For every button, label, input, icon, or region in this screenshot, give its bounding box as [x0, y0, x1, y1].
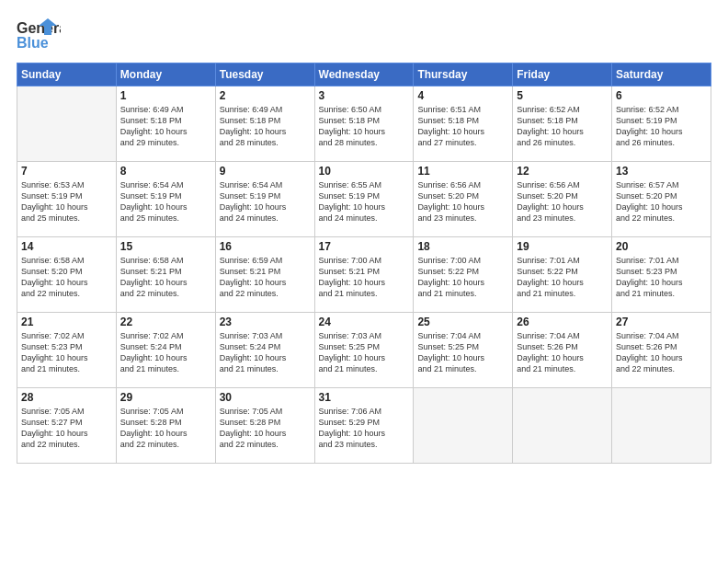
calendar-cell: 17Sunrise: 7:00 AM Sunset: 5:21 PM Dayli…	[314, 237, 414, 313]
day-number: 16	[220, 240, 311, 253]
calendar-cell: 26Sunrise: 7:04 AM Sunset: 5:26 PM Dayli…	[513, 313, 612, 388]
cell-info: Sunrise: 7:00 AM Sunset: 5:22 PM Dayligh…	[417, 255, 508, 300]
day-number: 20	[616, 240, 707, 253]
cell-info: Sunrise: 7:02 AM Sunset: 5:24 PM Dayligh…	[120, 330, 211, 375]
cell-info: Sunrise: 6:59 AM Sunset: 5:21 PM Dayligh…	[220, 255, 311, 300]
week-row-2: 7Sunrise: 6:53 AM Sunset: 5:19 PM Daylig…	[17, 162, 711, 237]
calendar-cell: 13Sunrise: 6:57 AM Sunset: 5:20 PM Dayli…	[612, 162, 711, 237]
day-header-sunday: Sunday	[17, 63, 117, 86]
cell-info: Sunrise: 6:52 AM Sunset: 5:18 PM Dayligh…	[517, 104, 608, 149]
cell-info: Sunrise: 7:05 AM Sunset: 5:27 PM Dayligh…	[21, 406, 112, 451]
svg-text:General: General	[17, 20, 61, 36]
day-number: 25	[417, 316, 508, 328]
cell-info: Sunrise: 6:58 AM Sunset: 5:21 PM Dayligh…	[120, 255, 211, 300]
cell-info: Sunrise: 7:06 AM Sunset: 5:29 PM Dayligh…	[319, 406, 410, 451]
day-number: 11	[417, 165, 508, 178]
cell-info: Sunrise: 6:54 AM Sunset: 5:19 PM Dayligh…	[220, 179, 311, 224]
calendar-cell	[17, 86, 117, 162]
calendar-cell: 24Sunrise: 7:03 AM Sunset: 5:25 PM Dayli…	[314, 313, 414, 388]
calendar-cell	[513, 388, 612, 464]
day-number: 24	[319, 316, 410, 328]
cell-info: Sunrise: 7:04 AM Sunset: 5:26 PM Dayligh…	[517, 330, 608, 375]
calendar-cell: 22Sunrise: 7:02 AM Sunset: 5:24 PM Dayli…	[116, 313, 215, 388]
calendar-cell: 8Sunrise: 6:54 AM Sunset: 5:19 PM Daylig…	[116, 162, 215, 237]
calendar-cell: 11Sunrise: 6:56 AM Sunset: 5:20 PM Dayli…	[414, 162, 513, 237]
calendar-cell: 29Sunrise: 7:05 AM Sunset: 5:28 PM Dayli…	[116, 388, 215, 464]
cell-info: Sunrise: 6:49 AM Sunset: 5:18 PM Dayligh…	[220, 104, 311, 149]
calendar-cell: 2Sunrise: 6:49 AM Sunset: 5:18 PM Daylig…	[215, 86, 314, 162]
calendar-cell: 21Sunrise: 7:02 AM Sunset: 5:23 PM Dayli…	[17, 313, 117, 388]
cell-info: Sunrise: 7:02 AM Sunset: 5:23 PM Dayligh…	[21, 330, 112, 375]
day-number: 13	[616, 165, 707, 178]
day-number: 6	[616, 89, 707, 102]
day-number: 26	[517, 316, 608, 328]
day-number: 27	[616, 316, 707, 328]
day-header-friday: Friday	[513, 63, 612, 86]
cell-info: Sunrise: 6:51 AM Sunset: 5:18 PM Dayligh…	[417, 104, 508, 149]
day-number: 21	[21, 316, 112, 328]
day-header-wednesday: Wednesday	[314, 63, 414, 86]
day-number: 31	[319, 391, 410, 404]
day-number: 18	[417, 240, 508, 253]
calendar-cell: 25Sunrise: 7:04 AM Sunset: 5:25 PM Dayli…	[414, 313, 513, 388]
days-header: SundayMondayTuesdayWednesdayThursdayFrid…	[17, 63, 711, 86]
week-row-3: 14Sunrise: 6:58 AM Sunset: 5:20 PM Dayli…	[17, 237, 711, 313]
calendar-cell: 4Sunrise: 6:51 AM Sunset: 5:18 PM Daylig…	[414, 86, 513, 162]
cell-info: Sunrise: 7:04 AM Sunset: 5:26 PM Dayligh…	[616, 330, 707, 375]
calendar-cell: 3Sunrise: 6:50 AM Sunset: 5:18 PM Daylig…	[314, 86, 414, 162]
header: General Blue	[17, 17, 711, 55]
cell-info: Sunrise: 6:56 AM Sunset: 5:20 PM Dayligh…	[517, 179, 608, 224]
cell-info: Sunrise: 7:03 AM Sunset: 5:24 PM Dayligh…	[220, 330, 311, 375]
day-number: 9	[220, 165, 311, 178]
day-number: 15	[120, 240, 211, 253]
cell-info: Sunrise: 7:03 AM Sunset: 5:25 PM Dayligh…	[319, 330, 410, 375]
calendar-cell: 18Sunrise: 7:00 AM Sunset: 5:22 PM Dayli…	[414, 237, 513, 313]
calendar-cell: 15Sunrise: 6:58 AM Sunset: 5:21 PM Dayli…	[116, 237, 215, 313]
day-number: 30	[220, 391, 311, 404]
cell-info: Sunrise: 6:55 AM Sunset: 5:19 PM Dayligh…	[319, 179, 410, 224]
svg-text:Blue: Blue	[17, 35, 49, 51]
cell-info: Sunrise: 6:57 AM Sunset: 5:20 PM Dayligh…	[616, 179, 707, 224]
logo-icon: General Blue	[17, 17, 61, 55]
calendar-cell: 9Sunrise: 6:54 AM Sunset: 5:19 PM Daylig…	[215, 162, 314, 237]
day-number: 17	[319, 240, 410, 253]
day-number: 5	[517, 89, 608, 102]
calendar-cell: 16Sunrise: 6:59 AM Sunset: 5:21 PM Dayli…	[215, 237, 314, 313]
cell-info: Sunrise: 7:01 AM Sunset: 5:23 PM Dayligh…	[616, 255, 707, 300]
calendar-cell	[414, 388, 513, 464]
day-number: 19	[517, 240, 608, 253]
day-number: 2	[220, 89, 311, 102]
cell-info: Sunrise: 6:49 AM Sunset: 5:18 PM Dayligh…	[120, 104, 211, 149]
calendar-cell: 28Sunrise: 7:05 AM Sunset: 5:27 PM Dayli…	[17, 388, 117, 464]
day-number: 12	[517, 165, 608, 178]
day-number: 14	[21, 240, 112, 253]
day-number: 7	[21, 165, 112, 178]
calendar-cell	[612, 388, 711, 464]
logo: General Blue	[17, 17, 61, 55]
day-number: 8	[120, 165, 211, 178]
calendar-cell: 23Sunrise: 7:03 AM Sunset: 5:24 PM Dayli…	[215, 313, 314, 388]
cell-info: Sunrise: 6:52 AM Sunset: 5:19 PM Dayligh…	[616, 104, 707, 149]
day-number: 3	[319, 89, 410, 102]
calendar-cell: 12Sunrise: 6:56 AM Sunset: 5:20 PM Dayli…	[513, 162, 612, 237]
calendar-cell: 1Sunrise: 6:49 AM Sunset: 5:18 PM Daylig…	[116, 86, 215, 162]
calendar-cell: 30Sunrise: 7:05 AM Sunset: 5:28 PM Dayli…	[215, 388, 314, 464]
cell-info: Sunrise: 7:05 AM Sunset: 5:28 PM Dayligh…	[120, 406, 211, 451]
calendar-cell: 20Sunrise: 7:01 AM Sunset: 5:23 PM Dayli…	[612, 237, 711, 313]
week-row-5: 28Sunrise: 7:05 AM Sunset: 5:27 PM Dayli…	[17, 388, 711, 464]
calendar-cell: 5Sunrise: 6:52 AM Sunset: 5:18 PM Daylig…	[513, 86, 612, 162]
calendar-cell: 10Sunrise: 6:55 AM Sunset: 5:19 PM Dayli…	[314, 162, 414, 237]
day-header-monday: Monday	[116, 63, 215, 86]
calendar-cell: 27Sunrise: 7:04 AM Sunset: 5:26 PM Dayli…	[612, 313, 711, 388]
cell-info: Sunrise: 6:56 AM Sunset: 5:20 PM Dayligh…	[417, 179, 508, 224]
calendar-cell: 14Sunrise: 6:58 AM Sunset: 5:20 PM Dayli…	[17, 237, 117, 313]
day-header-saturday: Saturday	[612, 63, 711, 86]
calendar-cell: 6Sunrise: 6:52 AM Sunset: 5:19 PM Daylig…	[612, 86, 711, 162]
cell-info: Sunrise: 6:54 AM Sunset: 5:19 PM Dayligh…	[120, 179, 211, 224]
day-number: 4	[417, 89, 508, 102]
day-number: 23	[220, 316, 311, 328]
cell-info: Sunrise: 6:50 AM Sunset: 5:18 PM Dayligh…	[319, 104, 410, 149]
cell-info: Sunrise: 6:58 AM Sunset: 5:20 PM Dayligh…	[21, 255, 112, 300]
day-number: 10	[319, 165, 410, 178]
day-number: 1	[120, 89, 211, 102]
